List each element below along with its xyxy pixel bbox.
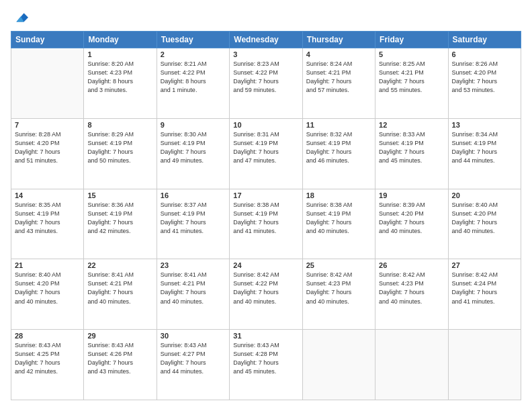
- calendar-cell: 18Sunrise: 8:38 AM Sunset: 4:19 PM Dayli…: [302, 189, 375, 259]
- calendar-week-row: 1Sunrise: 8:20 AM Sunset: 4:23 PM Daylig…: [11, 48, 521, 119]
- cell-content: Sunrise: 8:21 AM Sunset: 4:22 PM Dayligh…: [161, 60, 226, 95]
- day-number: 8: [87, 121, 152, 129]
- cell-content: Sunrise: 8:32 AM Sunset: 4:19 PM Dayligh…: [306, 130, 371, 165]
- day-number: 23: [161, 261, 226, 269]
- logo-icon: [12, 11, 28, 24]
- day-number: 2: [161, 50, 226, 58]
- day-number: 24: [233, 261, 298, 269]
- cell-content: Sunrise: 8:35 AM Sunset: 4:19 PM Dayligh…: [15, 201, 80, 236]
- cell-content: Sunrise: 8:40 AM Sunset: 4:20 PM Dayligh…: [452, 201, 517, 236]
- day-number: 11: [306, 121, 371, 129]
- calendar-cell: [375, 330, 448, 400]
- day-number: 7: [15, 121, 80, 129]
- calendar-cell: 10Sunrise: 8:31 AM Sunset: 4:19 PM Dayli…: [230, 118, 302, 189]
- calendar-week-row: 7Sunrise: 8:28 AM Sunset: 4:20 PM Daylig…: [11, 118, 521, 189]
- day-number: 30: [161, 332, 226, 340]
- cell-content: Sunrise: 8:42 AM Sunset: 4:22 PM Dayligh…: [233, 271, 298, 306]
- calendar-cell: 30Sunrise: 8:43 AM Sunset: 4:27 PM Dayli…: [157, 330, 229, 400]
- calendar-cell: 9Sunrise: 8:30 AM Sunset: 4:19 PM Daylig…: [157, 118, 229, 189]
- logo: [11, 11, 28, 24]
- cell-content: Sunrise: 8:25 AM Sunset: 4:21 PM Dayligh…: [379, 60, 444, 95]
- calendar-cell: [448, 330, 521, 400]
- calendar-header-thursday: Thursday: [302, 32, 375, 48]
- cell-content: Sunrise: 8:43 AM Sunset: 4:28 PM Dayligh…: [233, 341, 298, 376]
- calendar-cell: 2Sunrise: 8:21 AM Sunset: 4:22 PM Daylig…: [157, 48, 229, 119]
- cell-content: Sunrise: 8:33 AM Sunset: 4:19 PM Dayligh…: [379, 130, 444, 165]
- day-number: 5: [379, 50, 444, 58]
- cell-content: Sunrise: 8:29 AM Sunset: 4:19 PM Dayligh…: [87, 130, 152, 165]
- day-number: 21: [15, 261, 80, 269]
- day-number: 27: [452, 261, 517, 269]
- calendar-cell: 3Sunrise: 8:23 AM Sunset: 4:22 PM Daylig…: [230, 48, 302, 119]
- calendar-header-monday: Monday: [84, 32, 157, 48]
- cell-content: Sunrise: 8:34 AM Sunset: 4:19 PM Dayligh…: [452, 130, 517, 165]
- calendar-cell: 31Sunrise: 8:43 AM Sunset: 4:28 PM Dayli…: [230, 330, 302, 400]
- calendar-header-saturday: Saturday: [448, 32, 521, 48]
- calendar-cell: 5Sunrise: 8:25 AM Sunset: 4:21 PM Daylig…: [375, 48, 448, 119]
- header: [11, 11, 521, 24]
- cell-content: Sunrise: 8:38 AM Sunset: 4:19 PM Dayligh…: [306, 201, 371, 236]
- calendar-cell: 8Sunrise: 8:29 AM Sunset: 4:19 PM Daylig…: [84, 118, 157, 189]
- day-number: 1: [87, 50, 152, 58]
- day-number: 26: [379, 261, 444, 269]
- calendar-cell: 25Sunrise: 8:42 AM Sunset: 4:23 PM Dayli…: [302, 259, 375, 330]
- day-number: 17: [233, 191, 298, 199]
- calendar-cell: [302, 330, 375, 400]
- cell-content: Sunrise: 8:39 AM Sunset: 4:20 PM Dayligh…: [379, 201, 444, 236]
- day-number: 29: [87, 332, 152, 340]
- calendar-header-sunday: Sunday: [11, 32, 84, 48]
- day-number: 13: [452, 121, 517, 129]
- cell-content: Sunrise: 8:23 AM Sunset: 4:22 PM Dayligh…: [233, 60, 298, 95]
- cell-content: Sunrise: 8:43 AM Sunset: 4:25 PM Dayligh…: [15, 341, 80, 376]
- cell-content: Sunrise: 8:43 AM Sunset: 4:26 PM Dayligh…: [87, 341, 152, 376]
- day-number: 20: [452, 191, 517, 199]
- cell-content: Sunrise: 8:42 AM Sunset: 4:23 PM Dayligh…: [379, 271, 444, 306]
- day-number: 22: [87, 261, 152, 269]
- cell-content: Sunrise: 8:42 AM Sunset: 4:23 PM Dayligh…: [306, 271, 371, 306]
- calendar-cell: 6Sunrise: 8:26 AM Sunset: 4:20 PM Daylig…: [448, 48, 521, 119]
- calendar-cell: 12Sunrise: 8:33 AM Sunset: 4:19 PM Dayli…: [375, 118, 448, 189]
- cell-content: Sunrise: 8:26 AM Sunset: 4:20 PM Dayligh…: [452, 60, 517, 95]
- cell-content: Sunrise: 8:41 AM Sunset: 4:21 PM Dayligh…: [161, 271, 226, 306]
- cell-content: Sunrise: 8:43 AM Sunset: 4:27 PM Dayligh…: [161, 341, 226, 376]
- calendar-cell: [11, 48, 84, 119]
- calendar-header-tuesday: Tuesday: [157, 32, 229, 48]
- calendar-cell: 20Sunrise: 8:40 AM Sunset: 4:20 PM Dayli…: [448, 189, 521, 259]
- calendar-week-row: 14Sunrise: 8:35 AM Sunset: 4:19 PM Dayli…: [11, 189, 521, 259]
- day-number: 12: [379, 121, 444, 129]
- calendar-cell: 23Sunrise: 8:41 AM Sunset: 4:21 PM Dayli…: [157, 259, 229, 330]
- calendar-cell: 26Sunrise: 8:42 AM Sunset: 4:23 PM Dayli…: [375, 259, 448, 330]
- day-number: 16: [161, 191, 226, 199]
- calendar-cell: 21Sunrise: 8:40 AM Sunset: 4:20 PM Dayli…: [11, 259, 84, 330]
- cell-content: Sunrise: 8:40 AM Sunset: 4:20 PM Dayligh…: [15, 271, 80, 306]
- calendar-cell: 7Sunrise: 8:28 AM Sunset: 4:20 PM Daylig…: [11, 118, 84, 189]
- day-number: 25: [306, 261, 371, 269]
- cell-content: Sunrise: 8:37 AM Sunset: 4:19 PM Dayligh…: [161, 201, 226, 236]
- calendar-cell: 11Sunrise: 8:32 AM Sunset: 4:19 PM Dayli…: [302, 118, 375, 189]
- cell-content: Sunrise: 8:41 AM Sunset: 4:21 PM Dayligh…: [87, 271, 152, 306]
- day-number: 14: [15, 191, 80, 199]
- cell-content: Sunrise: 8:30 AM Sunset: 4:19 PM Dayligh…: [161, 130, 226, 165]
- calendar-header-friday: Friday: [375, 32, 448, 48]
- calendar-cell: 17Sunrise: 8:38 AM Sunset: 4:19 PM Dayli…: [230, 189, 302, 259]
- calendar-cell: 29Sunrise: 8:43 AM Sunset: 4:26 PM Dayli…: [84, 330, 157, 400]
- calendar-cell: 27Sunrise: 8:42 AM Sunset: 4:24 PM Dayli…: [448, 259, 521, 330]
- day-number: 15: [87, 191, 152, 199]
- calendar-week-row: 21Sunrise: 8:40 AM Sunset: 4:20 PM Dayli…: [11, 259, 521, 330]
- calendar-cell: 4Sunrise: 8:24 AM Sunset: 4:21 PM Daylig…: [302, 48, 375, 119]
- calendar-cell: 1Sunrise: 8:20 AM Sunset: 4:23 PM Daylig…: [84, 48, 157, 119]
- day-number: 31: [233, 332, 298, 340]
- day-number: 10: [233, 121, 298, 129]
- day-number: 18: [306, 191, 371, 199]
- calendar-cell: 19Sunrise: 8:39 AM Sunset: 4:20 PM Dayli…: [375, 189, 448, 259]
- cell-content: Sunrise: 8:42 AM Sunset: 4:24 PM Dayligh…: [452, 271, 517, 306]
- calendar-table: SundayMondayTuesdayWednesdayThursdayFrid…: [11, 31, 521, 400]
- calendar-cell: 14Sunrise: 8:35 AM Sunset: 4:19 PM Dayli…: [11, 189, 84, 259]
- calendar-header-wednesday: Wednesday: [230, 32, 302, 48]
- cell-content: Sunrise: 8:24 AM Sunset: 4:21 PM Dayligh…: [306, 60, 371, 95]
- day-number: 9: [161, 121, 226, 129]
- calendar-week-row: 28Sunrise: 8:43 AM Sunset: 4:25 PM Dayli…: [11, 330, 521, 400]
- cell-content: Sunrise: 8:36 AM Sunset: 4:19 PM Dayligh…: [87, 201, 152, 236]
- calendar-cell: 28Sunrise: 8:43 AM Sunset: 4:25 PM Dayli…: [11, 330, 84, 400]
- calendar-cell: 15Sunrise: 8:36 AM Sunset: 4:19 PM Dayli…: [84, 189, 157, 259]
